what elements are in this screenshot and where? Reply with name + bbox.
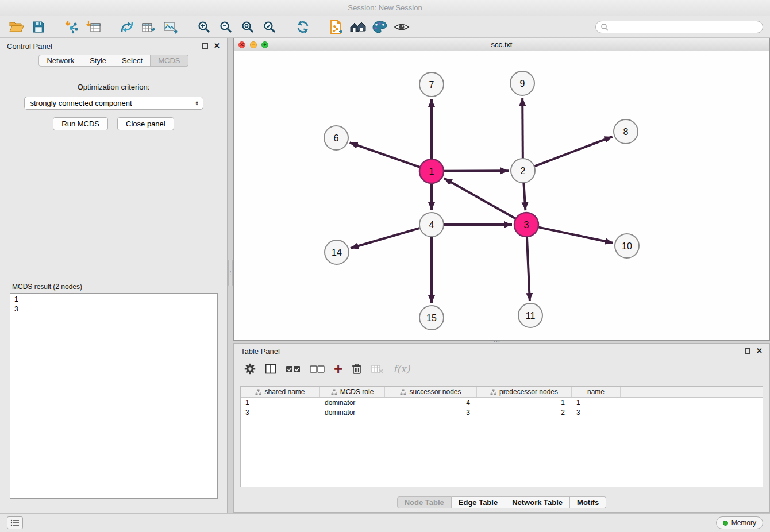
list-icon bbox=[10, 519, 20, 526]
graph-node-label: 10 bbox=[622, 241, 632, 251]
table-cell: 3 bbox=[572, 408, 621, 417]
maximize-window-icon[interactable]: + bbox=[261, 41, 268, 48]
window-titlebar[interactable]: Session: New Session bbox=[0, 0, 770, 16]
table-cell: dominator bbox=[320, 399, 385, 407]
zoom-fit-button[interactable] bbox=[238, 18, 257, 36]
zoom-selected-button[interactable] bbox=[260, 18, 279, 36]
close-panel-icon[interactable]: ✕ bbox=[756, 348, 763, 354]
import-network-button[interactable] bbox=[62, 18, 82, 36]
graph-edge-4-14[interactable] bbox=[351, 228, 420, 248]
delete-column-icon bbox=[371, 364, 384, 374]
column-header-name[interactable]: name bbox=[572, 387, 621, 397]
tab-edge-table[interactable]: Edge Table bbox=[452, 496, 505, 508]
save-session-button[interactable] bbox=[29, 18, 48, 36]
column-header-predecessor-nodes[interactable]: predecessor nodes bbox=[477, 387, 572, 397]
table-cell: 3 bbox=[385, 408, 477, 417]
optimization-select[interactable]: strongly connected component ▲▼ bbox=[24, 97, 203, 110]
chevron-up-down-icon: ▲▼ bbox=[194, 101, 200, 106]
tab-network-table[interactable]: Network Table bbox=[505, 496, 570, 508]
add-column-button[interactable]: + bbox=[334, 361, 342, 376]
tab-motifs[interactable]: Motifs bbox=[570, 496, 606, 508]
close-panel-button[interactable]: Close panel bbox=[117, 117, 174, 130]
tab-style[interactable]: Style bbox=[82, 55, 114, 67]
new-network-from-selection-button[interactable] bbox=[326, 18, 346, 36]
graph-edge-2-8[interactable] bbox=[534, 137, 613, 167]
deselect-all-columns-button[interactable] bbox=[310, 361, 325, 376]
toggle-visibility-button[interactable] bbox=[392, 18, 411, 36]
function-builder-button[interactable]: f(x) bbox=[393, 361, 410, 376]
tab-mcds[interactable]: MCDS bbox=[151, 55, 188, 67]
float-panel-icon[interactable] bbox=[202, 43, 208, 49]
export-image-button[interactable] bbox=[161, 18, 180, 36]
graph-node-label: 9 bbox=[520, 79, 525, 88]
delete-row-button[interactable] bbox=[352, 361, 362, 376]
search-icon bbox=[600, 23, 609, 31]
network-canvas[interactable]: 7968124314101511 bbox=[234, 51, 769, 340]
column-header-mcds-role[interactable]: MCDS role bbox=[320, 387, 385, 397]
palette-icon bbox=[372, 20, 387, 34]
control-panel-title: Control Panel bbox=[7, 42, 52, 51]
graph-edge-3-10[interactable] bbox=[538, 227, 613, 242]
task-history-button[interactable] bbox=[7, 516, 23, 529]
mcds-result-item[interactable]: 3 bbox=[14, 304, 213, 314]
show-columns-button[interactable] bbox=[265, 361, 276, 376]
zoom-selected-icon bbox=[263, 20, 276, 34]
first-neighbors-button[interactable] bbox=[348, 18, 368, 36]
eye-icon bbox=[394, 20, 410, 34]
optimization-criterion-label: Optimization criterion: bbox=[0, 83, 227, 91]
network-window-titlebar[interactable]: ✕ − + scc.txt bbox=[234, 38, 769, 51]
graph-edge-3-1[interactable] bbox=[444, 178, 516, 218]
table-body: 1dominator4113dominator323 bbox=[241, 398, 763, 417]
refresh-layout-button[interactable] bbox=[293, 18, 313, 36]
column-header-filler bbox=[621, 387, 763, 397]
table-row[interactable]: 1dominator411 bbox=[241, 398, 763, 407]
tab-node-table[interactable]: Node Table bbox=[397, 496, 452, 508]
graph-node-label: 4 bbox=[429, 220, 434, 230]
memory-button[interactable]: Memory bbox=[716, 516, 763, 529]
graph-edge-2-9[interactable] bbox=[522, 98, 523, 159]
style-palette-button[interactable] bbox=[370, 18, 390, 36]
houses-icon bbox=[349, 20, 367, 34]
graph-node-label: 1 bbox=[429, 167, 434, 176]
zoom-in-icon bbox=[197, 20, 211, 34]
graph-edge-1-6[interactable] bbox=[350, 142, 421, 167]
tab-network[interactable]: Network bbox=[38, 55, 82, 67]
zoom-out-button[interactable] bbox=[216, 18, 236, 36]
graph-node-label: 11 bbox=[526, 311, 536, 321]
minimize-window-icon[interactable]: − bbox=[250, 41, 257, 48]
traffic-lights: ✕ − + bbox=[238, 41, 268, 48]
app-window: Session: New Session bbox=[0, 0, 770, 532]
export-table-icon bbox=[141, 20, 156, 34]
close-window-icon[interactable]: ✕ bbox=[238, 41, 245, 48]
open-session-button[interactable] bbox=[7, 18, 26, 36]
graph-edge-3-11[interactable] bbox=[527, 237, 530, 301]
network-window: ✕ − + scc.txt 7968124314101511 bbox=[233, 38, 770, 341]
close-panel-icon[interactable]: ✕ bbox=[214, 43, 220, 49]
table-panel: Table Panel ✕ bbox=[233, 343, 770, 513]
checked-boxes-icon bbox=[286, 364, 301, 373]
zoom-in-button[interactable] bbox=[194, 18, 214, 36]
mcds-result-item[interactable]: 1 bbox=[14, 295, 213, 304]
graph-edge-1-2[interactable] bbox=[444, 171, 509, 171]
import-table-icon bbox=[86, 20, 101, 34]
graph-node-label: 14 bbox=[332, 248, 342, 257]
graph-edge-2-3[interactable] bbox=[523, 183, 525, 210]
select-all-columns-button[interactable] bbox=[286, 361, 301, 376]
fx-icon: f(x) bbox=[393, 363, 410, 375]
node-table: shared name MCDS role successor nodes pr… bbox=[240, 386, 763, 487]
mcds-result-list[interactable]: 13 bbox=[10, 293, 218, 499]
toolbar-separator bbox=[315, 26, 324, 27]
import-table-button[interactable] bbox=[84, 18, 103, 36]
column-header-shared-name[interactable]: shared name bbox=[241, 387, 320, 397]
column-header-successor-nodes[interactable]: successor nodes bbox=[385, 387, 477, 397]
run-mcds-button[interactable]: Run MCDS bbox=[53, 117, 108, 130]
vertical-splitter-handle[interactable]: ⋮ bbox=[228, 260, 233, 286]
delete-column-button[interactable] bbox=[371, 361, 384, 376]
table-row[interactable]: 3dominator323 bbox=[241, 407, 763, 417]
table-settings-button[interactable] bbox=[244, 361, 256, 376]
export-table-button[interactable] bbox=[139, 18, 159, 36]
export-network-button[interactable] bbox=[117, 18, 137, 36]
search-input[interactable] bbox=[611, 23, 758, 31]
float-panel-icon[interactable] bbox=[745, 348, 750, 354]
tab-select[interactable]: Select bbox=[114, 55, 151, 67]
